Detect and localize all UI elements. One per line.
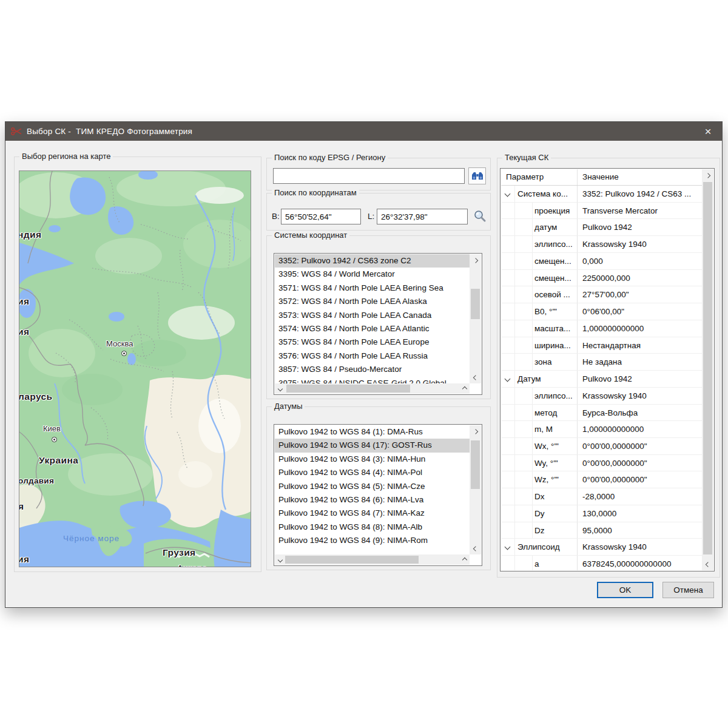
coord-search-button[interactable] [472, 208, 488, 224]
datum-list-item[interactable]: Pulkovo 1942 to WGS 84 (5): NIMA-Cze [275, 480, 470, 493]
cs-list-item[interactable]: 3857: WGS 84 / Pseudo-Mercator [275, 363, 470, 376]
cs-param-row[interactable]: Wy, °'"0°00'00,0000000" [501, 455, 702, 472]
cs-param-row[interactable]: ДатумPulkovo 1942 [501, 371, 702, 388]
cs-param-row[interactable]: методБурса-Вольфа [501, 405, 702, 422]
cs-param-row[interactable]: датумPulkovo 1942 [501, 219, 702, 236]
region-map[interactable]: ндияияияларусьУкраинаолдавияяГрузияияАнк… [19, 170, 251, 567]
datums-listbox: Pulkovo 1942 to WGS 84 (1): DMA-RusPulko… [274, 424, 482, 566]
cs-list-item[interactable]: 3576: WGS 84 / North Pole LAEA Russia [275, 349, 470, 363]
param-name: Wz, °'" [515, 471, 578, 488]
cs-param-row[interactable]: Wz, °'"0°00'00,0000000" [501, 471, 702, 488]
datums-group: Датумы Pulkovo 1942 to WGS 84 (1): DMA-R… [266, 406, 491, 570]
scroll-up-icon[interactable] [470, 254, 481, 265]
datums-hscroll-thumb[interactable] [285, 556, 419, 564]
cancel-button[interactable]: Отмена [662, 582, 714, 598]
systems-listbox: 3352: Pulkovo 1942 / CS63 zone C23395: W… [274, 253, 482, 395]
cs-param-row[interactable]: a6378245,000000000000 [501, 556, 702, 570]
cs-param-row[interactable]: ЭллипсоидKrassowsky 1940 [501, 539, 702, 556]
cs-param-row[interactable]: смещен...2250000,000 [501, 270, 702, 287]
row-gutter [501, 219, 515, 235]
cs-param-row[interactable]: Dz95,0000 [501, 522, 702, 539]
city-marker-icon [52, 437, 57, 442]
cs-list-item[interactable]: 3575: WGS 84 / North Pole LAEA Europe [275, 335, 470, 349]
cs-list-item[interactable]: 3574: WGS 84 / North Pole LAEA Atlantic [275, 322, 470, 335]
expand-chevron-icon[interactable] [501, 371, 515, 387]
datum-list-item[interactable]: Pulkovo 1942 to WGS 84 (4): NIMA-Pol [275, 466, 470, 479]
param-value: 0,000 [578, 253, 702, 269]
datums-vscroll-thumb[interactable] [471, 440, 480, 489]
cs-param-row[interactable]: смещен...0,000 [501, 253, 702, 270]
systems-hscrollbar[interactable] [275, 383, 470, 394]
datum-list-item[interactable]: Pulkovo 1942 to WGS 84 (6): NIMA-Lva [275, 493, 470, 507]
datum-list-item[interactable]: Pulkovo 1942 to WGS 84 (17): GOST-Rus [275, 439, 470, 452]
cs-param-row[interactable]: зонаНе задана [501, 354, 702, 371]
datum-list-item[interactable]: Pulkovo 1942 to WGS 84 (3): NIMA-Hun [275, 453, 470, 466]
cs-param-row[interactable]: ширина...Нестандартная [501, 337, 702, 354]
systems-vscroll-thumb[interactable] [471, 289, 480, 319]
table-vscroll-thumb[interactable] [703, 182, 712, 554]
cs-param-row[interactable]: m, M1,000000000000 [501, 421, 702, 438]
scroll-left-icon[interactable] [275, 383, 285, 394]
cs-param-row[interactable]: осевой ...27°57'00,00" [501, 286, 702, 303]
close-button[interactable]: × [694, 122, 722, 141]
cs-param-row[interactable]: масшта...1,000000000000 [501, 320, 702, 337]
scroll-left-icon[interactable] [275, 554, 285, 565]
coord-search-label: Поиск по координатам [272, 188, 359, 197]
param-value: 0°00'00,0000000" [578, 471, 702, 488]
datums-vscrollbar[interactable] [470, 425, 481, 554]
scroll-down-icon[interactable] [470, 544, 481, 554]
current-cs-label: Текущая СК [502, 153, 551, 162]
systems-vscrollbar[interactable] [470, 254, 481, 383]
epsg-search-button[interactable] [468, 167, 486, 184]
cs-list-item[interactable]: 3572: WGS 84 / North Pole LAEA Alaska [275, 295, 470, 308]
cs-param-row[interactable]: Wx, °'"0°00'00,0000000" [501, 438, 702, 455]
cs-param-row[interactable]: эллипсо...Krassowsky 1940 [501, 236, 702, 253]
expand-chevron-icon[interactable] [501, 539, 515, 555]
param-value: Krassowsky 1940 [578, 388, 702, 404]
map-region-label: ндия [19, 229, 41, 240]
cs-list-item[interactable]: 3975: WGS 84 / NSIDC EASE-Grid 2.0 Globa… [275, 377, 470, 383]
cs-list-item[interactable]: 3395: WGS 84 / World Mercator [275, 268, 470, 281]
datum-list-item[interactable]: Pulkovo 1942 to WGS 84 (7): NIMA-Kaz [275, 507, 470, 520]
expand-chevron-icon[interactable] [501, 186, 515, 202]
cs-list-item[interactable]: 3571: WGS 84 / North Pole LAEA Bering Se… [275, 281, 470, 295]
param-name: ширина... [515, 337, 578, 354]
scroll-right-icon[interactable] [459, 554, 470, 565]
param-name: Dy [515, 505, 578, 522]
map-region-label: ия [19, 554, 29, 565]
map-region-label: Анкара [177, 564, 207, 567]
datum-list-item[interactable]: Pulkovo 1942 to WGS 84 (8): NIMA-Alb [275, 521, 470, 534]
cs-param-row[interactable]: Система ко...3352: Pulkovo 1942 / CS63 .… [501, 186, 702, 203]
scroll-up-icon[interactable] [702, 169, 713, 180]
row-gutter [501, 421, 515, 437]
dialog-window: Выбор СК - ТИМ КРЕДО Фотограмметрия × Вы… [5, 121, 723, 608]
current-cs-table: Параметр Значение Система ко...3352: Pul… [500, 168, 715, 571]
cs-param-row[interactable]: проекцияTransverse Mercator [501, 203, 702, 220]
map-sea-label: Чёрное море [63, 534, 120, 543]
param-name: смещен... [515, 270, 578, 286]
table-vscrollbar[interactable] [702, 169, 713, 570]
datum-list-item[interactable]: Pulkovo 1942 to WGS 84 (9): NIMA-Rom [275, 534, 470, 547]
cs-param-row[interactable]: эллипсо...Krassowsky 1940 [501, 388, 702, 405]
map-region-label: олдавия [19, 476, 54, 485]
cs-param-row[interactable]: Dx-28,0000 [501, 488, 702, 505]
row-gutter [501, 270, 515, 286]
cs-param-row[interactable]: Dy130,0000 [501, 505, 702, 522]
scroll-right-icon[interactable] [459, 383, 470, 394]
l-input[interactable] [377, 209, 468, 224]
cs-param-row[interactable]: B0, °'"0°06'00,00" [501, 303, 702, 320]
datums-hscrollbar[interactable] [275, 554, 470, 565]
b-input[interactable] [281, 209, 361, 224]
systems-hscroll-thumb[interactable] [286, 385, 410, 393]
param-name: масшта... [515, 320, 578, 337]
ok-button[interactable]: OK [597, 582, 653, 598]
cs-list-item[interactable]: 3352: Pulkovo 1942 / CS63 zone C2 [275, 254, 470, 268]
row-gutter [501, 203, 515, 219]
epsg-search-input[interactable] [273, 168, 465, 184]
scroll-up-icon[interactable] [470, 425, 481, 436]
scroll-down-icon[interactable] [470, 373, 481, 383]
cs-list-item[interactable]: 3573: WGS 84 / North Pole LAEA Canada [275, 309, 470, 322]
datum-list-item[interactable]: Pulkovo 1942 to WGS 84 (1): DMA-Rus [275, 425, 470, 439]
scroll-down-icon[interactable] [702, 560, 713, 570]
param-name: метод [515, 405, 578, 421]
